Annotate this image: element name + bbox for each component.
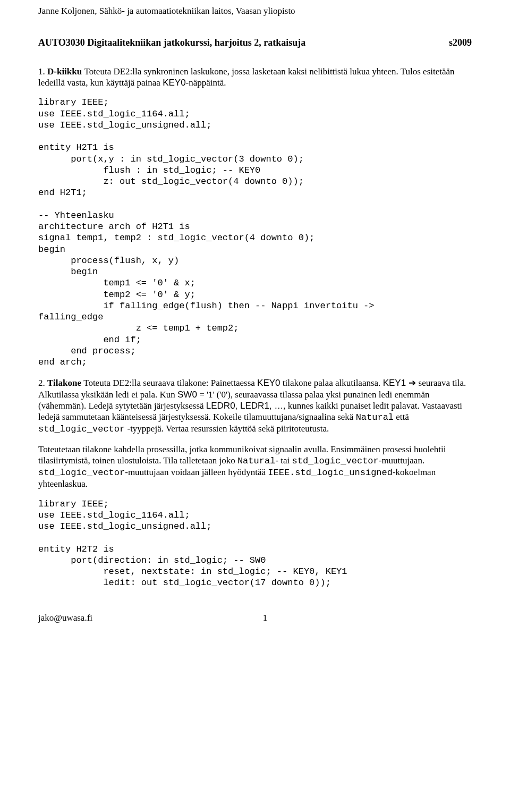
q1-body: Toteuta DE2:lla synkroninen laskukone, j… [38,66,455,88]
code-block-1: library IEEE; use IEEE.std_logic_1164.al… [38,97,472,368]
q2-text-b: tilakone palaa alkutilaansa. [280,378,383,388]
document-term: s2009 [449,37,472,49]
document-title: AUTO3030 Digitaalitekniikan jatkokurssi,… [38,37,305,49]
q2-key1: KEY1 [383,378,406,388]
question-1: 1. D-kiikku Toteuta DE2:lla synkroninen … [38,66,472,89]
p3-slv2: std_logic_vector [38,468,125,478]
title-row: AUTO3030 Digitaalitekniikan jatkokurssi,… [38,37,472,49]
question-2: 2. Tilakone Toteuta DE2:lla seuraava til… [38,377,472,435]
page-number: 1 [263,612,268,623]
p3-c: -muuttujaan. [379,455,424,466]
q1-lead: D-kiikku [47,66,84,77]
q2-lead: Tilakone [47,378,83,388]
p3-d: -muuttujaan voidaan jälleen hyödyntää [125,467,268,477]
q2-sw0: SW0 [177,390,197,400]
q2-slv: std_logic_vector [38,424,125,434]
q2-text-g: -tyyppejä. Vertaa resurssien käyttöä sek… [125,424,329,434]
q1-tail: -näppäintä. [186,78,226,88]
q2-text-f: että [394,412,409,422]
q2-number: 2. [38,378,45,388]
q1-key: KEY0 [163,78,185,88]
footer-email: jako@uwasa.fi [38,612,92,623]
arrow-icon: ➔ [406,378,418,388]
p3-b: - tai [275,455,292,466]
p3-natural: Natural [237,456,275,466]
q1-number: 1. [38,66,45,77]
footer: jako@uwasa.fi 1 . [38,612,472,623]
q2-key0: KEY0 [257,378,280,388]
paragraph-3: Toteutetaan tilakone kahdella prosessill… [38,444,472,490]
q2-text-a: Toteuta DE2:lla seuraava tilakone: Paine… [83,378,257,388]
p3-ieee: IEEE.std_logic_unsigned [268,468,393,478]
code-block-2: library IEEE; use IEEE.std_logic_1164.al… [38,498,472,589]
p3-slv1: std_logic_vector [292,456,379,466]
q2-natural: Natural [356,412,394,422]
page-header: Janne Koljonen, Sähkö- ja automaatiotekn… [38,5,472,16]
q2-led: LEDR0, LEDR1, … [206,401,284,411]
